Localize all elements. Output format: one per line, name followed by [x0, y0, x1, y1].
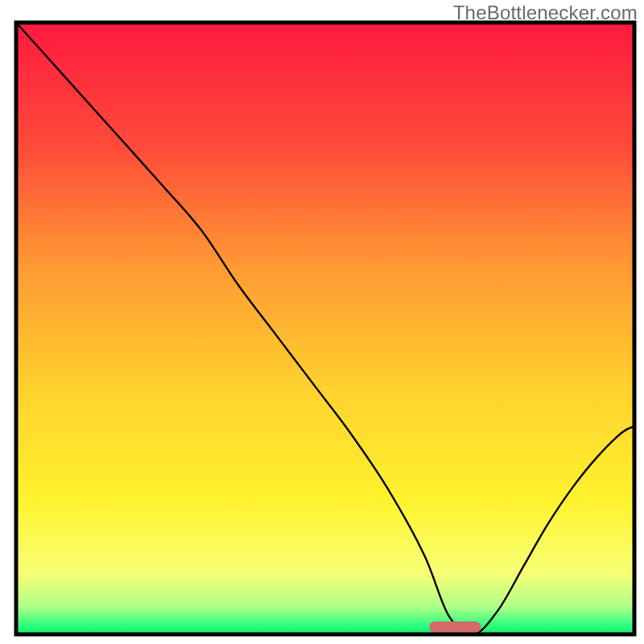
- chart-stage: TheBottlenecker.com: [0, 0, 644, 644]
- bottleneck-chart: [0, 0, 644, 644]
- plot-background: [16, 23, 634, 634]
- optimum-marker: [429, 621, 481, 633]
- watermark-label: TheBottlenecker.com: [453, 2, 638, 24]
